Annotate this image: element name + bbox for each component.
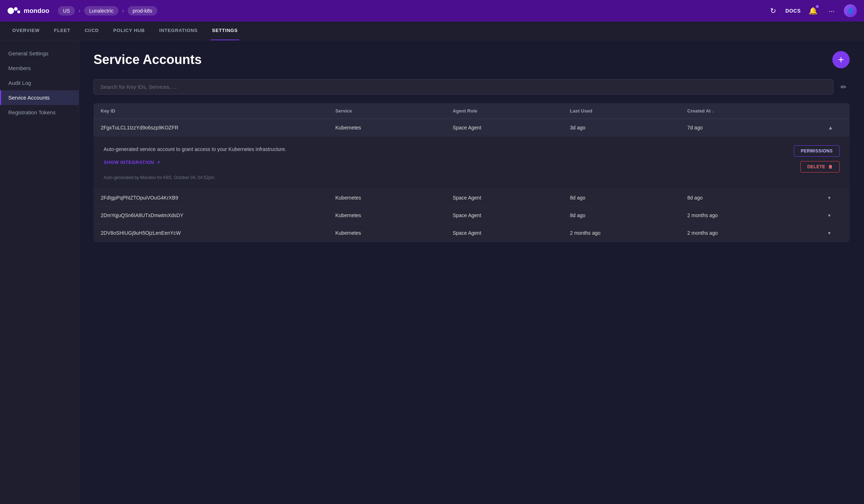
docs-link[interactable]: DOCS: [786, 8, 801, 14]
cell-service: Kubernetes: [335, 230, 453, 236]
content-header: Service Accounts +: [94, 51, 850, 68]
col-key-id: Key ID: [101, 108, 335, 114]
cell-created-at: 2 months ago: [687, 230, 828, 236]
breadcrumb-sep-2: ›: [122, 8, 124, 14]
breadcrumb-sep-1: ›: [78, 8, 80, 14]
cell-created-at: 7d ago: [687, 125, 828, 130]
auto-generated-note: Auto-generated by Mondoo for K8S, Octobe…: [104, 175, 286, 180]
sub-nav-item-integrations[interactable]: INTEGRATIONS: [158, 22, 199, 40]
cell-agent-role: Space Agent: [453, 195, 570, 201]
sidebar-item-general-settings[interactable]: General Settings: [0, 46, 79, 61]
accounts-table: Key ID Service Agent Role Last Used Crea…: [94, 103, 850, 242]
logo[interactable]: mondoo: [7, 6, 49, 15]
svg-point-2: [17, 10, 20, 13]
show-integration-link[interactable]: SHOW INTEGRATION ↗: [104, 160, 160, 165]
logo-text: mondoo: [24, 7, 49, 15]
col-expand: [828, 108, 842, 114]
sidebar-item-service-accounts[interactable]: Service Accounts: [0, 90, 79, 105]
sort-icon: ↓: [712, 109, 714, 113]
add-service-account-button[interactable]: +: [832, 51, 850, 68]
svg-point-1: [14, 7, 18, 11]
external-link-icon: ↗: [156, 160, 160, 165]
sub-nav: OVERVIEWFLEETCI/CDPOLICY HUBINTEGRATIONS…: [0, 22, 864, 40]
cell-created-at: 8d ago: [687, 195, 828, 201]
chevron-down-icon: ▾: [828, 212, 831, 218]
chevron-down-icon: ▾: [828, 230, 831, 236]
delete-button[interactable]: DELETE 🗑: [800, 161, 840, 173]
svg-point-0: [8, 8, 14, 14]
page-title: Service Accounts: [94, 52, 202, 67]
top-nav-left: mondoo US › Lunalectric › prod-k8s: [7, 6, 157, 15]
sub-nav-item-ci-cd[interactable]: CI/CD: [83, 22, 100, 40]
cell-agent-role: Space Agent: [453, 212, 570, 218]
cell-last-used: 8d ago: [570, 212, 687, 218]
expanded-inner: Auto-generated service account to grant …: [104, 145, 840, 180]
more-button[interactable]: ···: [825, 4, 838, 17]
org-breadcrumb[interactable]: Lunalectric: [84, 6, 119, 15]
cell-expand-toggle[interactable]: ▲: [828, 125, 842, 130]
cell-created-at: 2 months ago: [687, 212, 828, 218]
search-input[interactable]: [94, 79, 833, 95]
sub-nav-item-fleet[interactable]: FLEET: [53, 22, 72, 40]
avatar[interactable]: 👤: [844, 4, 857, 17]
search-row: ✏: [94, 79, 850, 95]
sidebar: General SettingsMembersAudit LogService …: [0, 40, 79, 504]
col-created-at: Created At ↓: [687, 108, 828, 114]
expanded-actions: PERMISSIONS DELETE 🗑: [794, 145, 840, 173]
refresh-button[interactable]: ↻: [767, 4, 780, 17]
main-layout: General SettingsMembersAudit LogService …: [0, 40, 864, 504]
notification-button[interactable]: 🔔: [806, 4, 819, 17]
cell-service: Kubernetes: [335, 212, 453, 218]
space-breadcrumb[interactable]: prod-k8s: [128, 6, 157, 15]
table-body: 2FgxTuLCL1IzzYd9o6szp9KOZFR Kubernetes S…: [94, 119, 850, 242]
top-nav-right: ↻ DOCS 🔔 ··· 👤: [767, 4, 857, 17]
sidebar-item-registration-tokens[interactable]: Registration Tokens: [0, 105, 79, 120]
table-row[interactable]: 2FgxTuLCL1IzzYd9o6szp9KOZFR Kubernetes S…: [94, 119, 850, 137]
col-agent-role: Agent Role: [453, 108, 570, 114]
cell-expand-toggle[interactable]: ▾: [828, 230, 842, 236]
table-row[interactable]: 2DmYqjuQSn6IA8UTxDmwtmXdsDY Kubernetes S…: [94, 207, 850, 224]
cell-last-used: 3d ago: [570, 125, 687, 130]
cell-agent-role: Space Agent: [453, 125, 570, 130]
sidebar-item-audit-log[interactable]: Audit Log: [0, 75, 79, 90]
expanded-row-content: Auto-generated service account to grant …: [94, 137, 850, 189]
sub-nav-item-settings[interactable]: SETTINGS: [211, 22, 239, 40]
edit-button[interactable]: ✏: [838, 80, 850, 94]
top-nav: mondoo US › Lunalectric › prod-k8s ↻ DOC…: [0, 0, 864, 22]
expanded-left: Auto-generated service account to grant …: [104, 145, 286, 180]
permissions-button[interactable]: PERMISSIONS: [794, 145, 840, 157]
col-last-used: Last Used: [570, 108, 687, 114]
cell-key-id: 2FdIgpPqPhtZTOpuiVOuG4KrXB9: [101, 195, 335, 201]
sub-nav-item-policy-hub[interactable]: POLICY HUB: [112, 22, 146, 40]
cell-key-id: 2FgxTuLCL1IzzYd9o6szp9KOZFR: [101, 125, 335, 130]
cell-last-used: 8d ago: [570, 195, 687, 201]
chevron-up-icon: ▲: [828, 125, 833, 130]
content: Service Accounts + ✏ Key ID Service Agen…: [79, 40, 864, 504]
table-row[interactable]: 2DV8oSHIUGj9uH5OjzLenEenYcW Kubernetes S…: [94, 224, 850, 242]
expanded-description: Auto-generated service account to grant …: [104, 145, 286, 153]
cell-agent-role: Space Agent: [453, 230, 570, 236]
cell-last-used: 2 months ago: [570, 230, 687, 236]
region-breadcrumb[interactable]: US: [58, 6, 75, 15]
cell-service: Kubernetes: [335, 125, 453, 130]
sidebar-item-members[interactable]: Members: [0, 61, 79, 75]
cell-key-id: 2DmYqjuQSn6IA8UTxDmwtmXdsDY: [101, 212, 335, 218]
table-header-row: Key ID Service Agent Role Last Used Crea…: [94, 103, 850, 119]
cell-expand-toggle[interactable]: ▾: [828, 195, 842, 201]
cell-service: Kubernetes: [335, 195, 453, 201]
col-service: Service: [335, 108, 453, 114]
cell-key-id: 2DV8oSHIUGj9uH5OjzLenEenYcW: [101, 230, 335, 236]
trash-icon: 🗑: [828, 164, 833, 169]
sub-nav-item-overview[interactable]: OVERVIEW: [11, 22, 41, 40]
cell-expand-toggle[interactable]: ▾: [828, 212, 842, 218]
chevron-down-icon: ▾: [828, 195, 831, 201]
table-row[interactable]: 2FdIgpPqPhtZTOpuiVOuG4KrXB9 Kubernetes S…: [94, 189, 850, 207]
